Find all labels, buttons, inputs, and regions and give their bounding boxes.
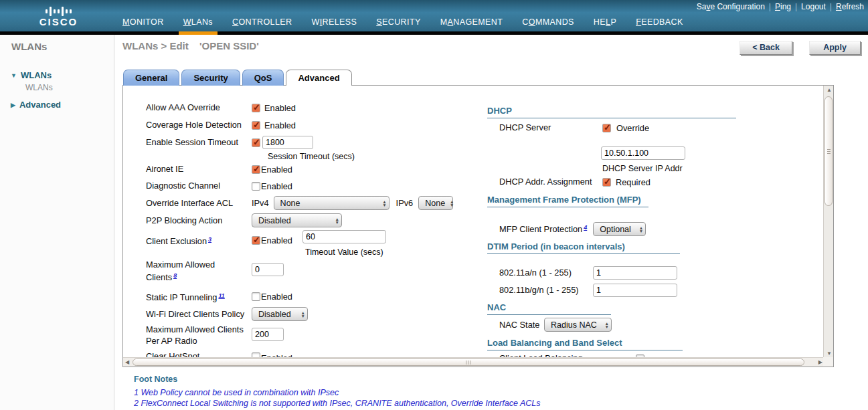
scrollbar-corner: [823, 357, 833, 367]
max-clients-per-radio-input[interactable]: [252, 328, 284, 341]
footnote-link-4[interactable]: 4: [584, 224, 587, 231]
footnote-link-8[interactable]: 8: [173, 272, 177, 279]
cisco-logo: CISCO: [0, 0, 117, 31]
nav-item-wireless[interactable]: WIRELESS: [311, 17, 357, 27]
nav-item-help[interactable]: HELP: [594, 17, 616, 27]
field-label: Wi-Fi Direct Clients Policy: [146, 309, 252, 320]
select-value: Optional: [600, 225, 631, 234]
utility-link-refresh[interactable]: Refresh: [836, 2, 864, 11]
dtim-80211a-input[interactable]: [593, 266, 677, 280]
select-value: Disabled: [258, 310, 291, 319]
row-dtim-80211bg: 802.11b/g/n (1 - 255): [499, 284, 677, 297]
mfp-client-protection-select[interactable]: Optional ▲▼: [593, 222, 646, 236]
max-clients-input[interactable]: [252, 263, 284, 276]
vertical-scrollbar-thumb[interactable]: [824, 96, 833, 206]
apply-button[interactable]: Apply: [809, 41, 861, 55]
session-timeout-input[interactable]: [262, 136, 313, 149]
footnote-link-11[interactable]: 11: [218, 292, 224, 299]
nac-state-select[interactable]: Radius NAC ▲▼: [544, 318, 612, 332]
section-title-dtim: DTIM Period (in beacon intervals): [487, 241, 625, 251]
sidebar-item-advanced[interactable]: ▶Advanced: [11, 100, 61, 110]
client-exclusion-checkbox[interactable]: [252, 236, 260, 245]
dtim-80211bg-input[interactable]: [593, 284, 677, 297]
tab-advanced[interactable]: Advanced: [286, 70, 351, 86]
ipv6-acl-select[interactable]: None ▲▼: [418, 196, 453, 210]
p2p-blocking-select[interactable]: Disabled ▲▼: [252, 213, 342, 227]
utility-link-logout[interactable]: Logout: [801, 2, 826, 11]
aironet-ie-checkbox[interactable]: [252, 165, 260, 174]
separator: |: [795, 2, 797, 11]
dhcp-server-ip-input[interactable]: [601, 146, 685, 160]
static-ip-tunneling-checkbox[interactable]: [252, 292, 260, 301]
nav-item-security[interactable]: SECURITY: [376, 17, 420, 27]
aaa-override-checkbox[interactable]: [252, 104, 260, 112]
session-timeout-sublabel: Session Timeout (secs): [268, 152, 355, 161]
field-label: Override Interface ACL: [146, 198, 252, 209]
section-rule: [487, 118, 736, 118]
page-title: WLANs > Edit 'OPEN SSID': [122, 40, 259, 52]
tab-security[interactable]: Security: [181, 70, 240, 86]
row-allow-aaa-override: Allow AAA Override Enabled: [146, 102, 296, 113]
sidebar-item-wlans-sub[interactable]: WLANs: [25, 83, 53, 92]
field-label: NAC State: [499, 320, 544, 330]
ipv6-label: IPv6: [396, 198, 414, 208]
stepper-arrows-icon: ▲▼: [445, 200, 454, 207]
row-mfp-client-protection: MFP Client Protection4 Optional ▲▼: [499, 222, 646, 236]
active-nav-underline: [179, 31, 218, 35]
top-header: CISCO Save Configuration|Ping|Logout|Ref…: [0, 0, 868, 31]
session-timeout-checkbox[interactable]: [252, 138, 260, 147]
horizontal-scrollbar-thumb[interactable]: [133, 358, 804, 366]
nav-item-commands[interactable]: COMMANDS: [522, 17, 574, 27]
tab-general[interactable]: General: [123, 70, 179, 86]
utility-link-ping[interactable]: Ping: [775, 2, 791, 11]
horizontal-scrollbar[interactable]: ◀ ▶: [123, 357, 824, 367]
wifi-direct-select[interactable]: Disabled ▲▼: [252, 307, 308, 321]
back-button[interactable]: < Back: [740, 41, 792, 55]
select-value: None: [425, 199, 445, 208]
dhcp-server-ip-sublabel: DHCP Server IP Addr: [602, 164, 683, 173]
scroll-right-icon[interactable]: ▶: [818, 360, 822, 365]
scroll-up-icon[interactable]: ▲: [827, 88, 832, 93]
row-static-ip-tunneling: Static IP Tunneling11 Enabled: [146, 290, 292, 303]
row-dhcp-server: DHCP Server Override: [499, 122, 649, 133]
coverage-hole-checkbox[interactable]: [252, 121, 260, 130]
nav-item-controller[interactable]: CONTROLLER: [232, 17, 292, 27]
nav-item-feedback[interactable]: FEEDBACK: [636, 17, 683, 27]
vertical-scrollbar[interactable]: ▲ ▼: [823, 86, 833, 358]
exclusion-timeout-input[interactable]: [302, 230, 386, 243]
nav-item-management[interactable]: MANAGEMENT: [440, 17, 503, 27]
scroll-down-icon[interactable]: ▼: [827, 351, 832, 356]
sidebar-item-label: Advanced: [19, 100, 61, 110]
diagnostic-channel-checkbox[interactable]: [252, 182, 260, 191]
ipv4-acl-select[interactable]: None ▲▼: [274, 196, 389, 210]
field-label: Maximum Allowed Clients8: [146, 259, 248, 283]
footnote-link-3[interactable]: 3: [208, 236, 211, 243]
field-label: DHCP Addr. Assignment: [499, 177, 602, 187]
dhcp-required-checkbox[interactable]: [602, 178, 611, 187]
sidebar-item-wlans[interactable]: ▼WLANs: [11, 70, 52, 80]
row-dhcp-addr-assignment: DHCP Addr. Assignment Required: [499, 177, 650, 187]
utility-link-save-configuration[interactable]: Save Configuration: [697, 2, 765, 11]
section-rule: [487, 207, 648, 207]
utility-links: Save Configuration|Ping|Logout|Refresh: [697, 2, 864, 11]
field-label: 802.11a/n (1 - 255): [499, 268, 593, 278]
row-session-timeout: Enable Session Timeout: [146, 136, 313, 149]
separator: |: [830, 2, 832, 11]
triangle-down-icon: ▼: [11, 72, 17, 79]
field-label: Aironet IE: [146, 164, 252, 175]
field-label: 802.11b/g/n (1 - 255): [499, 285, 593, 296]
row-dtim-80211a: 802.11a/n (1 - 255): [499, 266, 677, 280]
stepper-arrows-icon: ▲▼: [296, 311, 305, 318]
field-label: Static IP Tunneling11: [146, 290, 252, 303]
sidebar-title: WLANs: [11, 41, 47, 52]
section-rule: [487, 253, 680, 254]
field-label: P2P Blocking Action: [146, 215, 252, 226]
dhcp-override-checkbox[interactable]: [602, 124, 611, 132]
checkbox-caption: Required: [616, 177, 650, 187]
section-title-load-balancing: Load Balancing and Band Select: [487, 338, 622, 348]
nav-item-wlans[interactable]: WLANs: [183, 17, 213, 27]
nav-item-monitor[interactable]: MONITOR: [122, 17, 164, 27]
tab-qos[interactable]: QoS: [242, 70, 284, 86]
scroll-left-icon[interactable]: ◀: [125, 360, 129, 365]
row-aironet-ie: Aironet IE Enabled: [146, 164, 292, 175]
